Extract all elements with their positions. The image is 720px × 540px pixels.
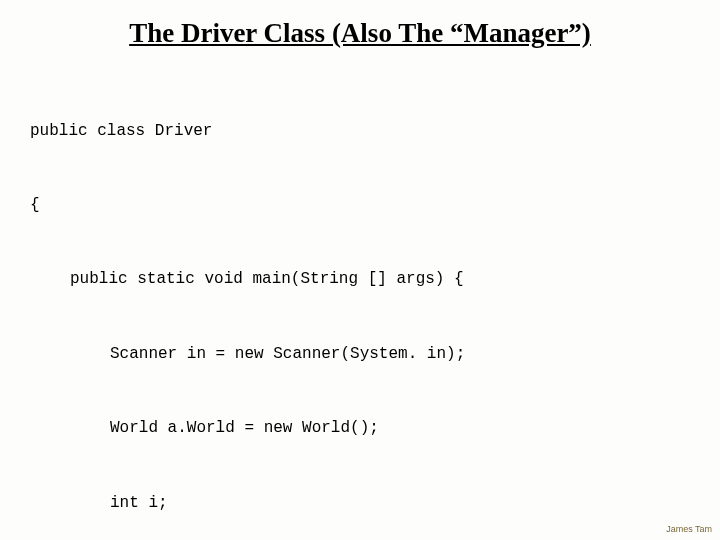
code-line: { [30,193,690,218]
code-line: public class Driver [30,119,690,144]
slide-container: The Driver Class (Also The “Manager”) pu… [0,0,720,540]
code-block: public class Driver { public static void… [30,69,690,540]
code-line: public static void main(String [] args) … [30,267,690,292]
code-line: Scanner in = new Scanner(System. in); [30,342,690,367]
code-line: int i; [30,491,690,516]
code-line: World a.World = new World(); [30,416,690,441]
page-title: The Driver Class (Also The “Manager”) [30,18,690,49]
footer-author: James Tam [666,524,712,534]
